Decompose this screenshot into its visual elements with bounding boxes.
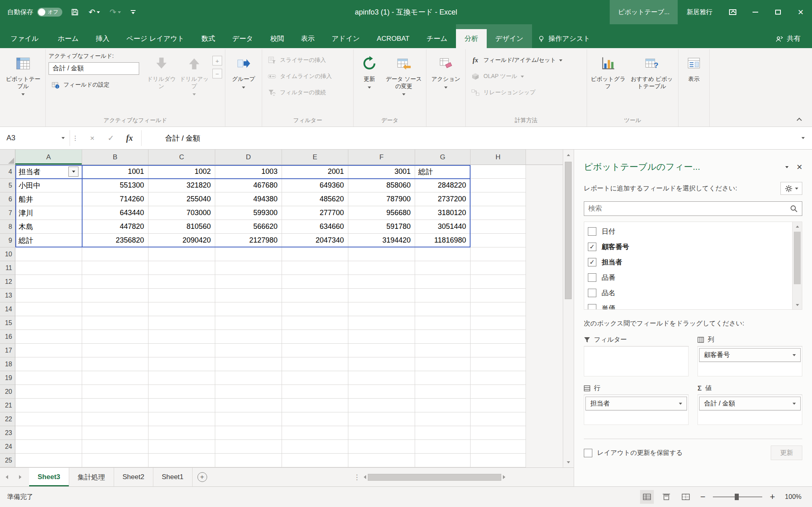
close-button[interactable]: × <box>789 0 812 24</box>
scroll-up-button[interactable] <box>563 150 574 160</box>
field-list-scrollbar[interactable] <box>792 222 802 309</box>
cell-F17[interactable] <box>348 344 415 357</box>
normal-view-button[interactable] <box>640 490 654 504</box>
cell-A10[interactable] <box>15 247 82 261</box>
filter-dropdown-button[interactable] <box>68 167 78 177</box>
cell-B15[interactable] <box>82 316 148 330</box>
cell-H18[interactable] <box>471 357 526 371</box>
cell-B14[interactable] <box>82 302 148 316</box>
cell-F10[interactable] <box>348 247 415 261</box>
column-header-G[interactable]: G <box>415 150 471 165</box>
filters-area-box[interactable] <box>584 346 689 376</box>
cell-G8[interactable]: 3051440 <box>415 220 471 234</box>
cell-F16[interactable] <box>348 330 415 344</box>
cell-A20[interactable] <box>15 385 82 399</box>
cell-C8[interactable]: 810560 <box>148 220 215 234</box>
row-header-15[interactable]: 15 <box>0 316 15 330</box>
cell-G16[interactable] <box>415 330 471 344</box>
cell-H19[interactable] <box>471 371 526 385</box>
cell-B10[interactable] <box>82 247 148 261</box>
cell-G20[interactable] <box>415 385 471 399</box>
cell-E23[interactable] <box>282 426 348 440</box>
ribbon-tab[interactable]: アドイン <box>323 29 369 48</box>
cell-F24[interactable] <box>348 440 415 454</box>
cell-C11[interactable] <box>148 261 215 275</box>
cell-C19[interactable] <box>148 371 215 385</box>
customize-qat-button[interactable] <box>129 6 137 19</box>
row-header-12[interactable]: 12 <box>0 275 15 289</box>
cell-A7[interactable]: 津川 <box>15 206 82 220</box>
cell-B4[interactable]: 1001 <box>82 165 148 179</box>
zoom-thumb[interactable] <box>735 494 739 500</box>
row-header-14[interactable]: 14 <box>0 302 15 316</box>
row-header-24[interactable]: 24 <box>0 440 15 454</box>
cell-E14[interactable] <box>282 302 348 316</box>
ribbon-tab[interactable]: ホーム <box>49 29 87 48</box>
cell-E7[interactable]: 277700 <box>282 206 348 220</box>
search-input[interactable] <box>588 205 790 213</box>
column-header-F[interactable]: F <box>348 150 415 165</box>
pane-close-button[interactable]: × <box>797 163 802 171</box>
horizontal-scrollbar[interactable] <box>363 468 562 486</box>
actions-button[interactable]: アクション <box>429 51 462 112</box>
cell-H9[interactable] <box>471 234 526 247</box>
cell-A6[interactable]: 船井 <box>15 192 82 206</box>
cell-A18[interactable] <box>15 357 82 371</box>
cell-E18[interactable] <box>282 357 348 371</box>
collapse-ribbon-button[interactable] <box>793 114 805 124</box>
cell-A16[interactable] <box>15 330 82 344</box>
cell-C18[interactable] <box>148 357 215 371</box>
field-list-scroll-down[interactable] <box>793 300 802 309</box>
cell-A8[interactable]: 木島 <box>15 220 82 234</box>
field-checkbox[interactable] <box>588 273 596 282</box>
page-break-view-button[interactable] <box>679 490 693 504</box>
cell-G12[interactable] <box>415 275 471 289</box>
cell-A9[interactable]: 総計 <box>15 234 82 247</box>
cell-F13[interactable] <box>348 289 415 302</box>
cell-G18[interactable] <box>415 357 471 371</box>
cell-H12[interactable] <box>471 275 526 289</box>
ribbon-tab[interactable]: ページ レイアウト <box>118 29 193 48</box>
cell-B24[interactable] <box>82 440 148 454</box>
field-list-scrollbar-thumb[interactable] <box>794 232 801 284</box>
cell-H4[interactable] <box>471 165 526 179</box>
cell-G10[interactable] <box>415 247 471 261</box>
cell-A5[interactable]: 小田中 <box>15 179 82 192</box>
field-item[interactable]: ✓担当者 <box>584 254 792 270</box>
cell-E19[interactable] <box>282 371 348 385</box>
ribbon-tab-design[interactable]: デザイン <box>487 29 532 48</box>
cell-F21[interactable] <box>348 399 415 412</box>
cell-F11[interactable] <box>348 261 415 275</box>
row-header-8[interactable]: 8 <box>0 220 15 234</box>
field-settings-button[interactable]: i フィールドの設定 <box>49 77 145 93</box>
cell-D14[interactable] <box>215 302 282 316</box>
cell-F25[interactable] <box>348 454 415 467</box>
row-header-21[interactable]: 21 <box>0 399 15 412</box>
cell-D15[interactable] <box>215 316 282 330</box>
cell-G17[interactable] <box>415 344 471 357</box>
rows-area-box[interactable]: 担当者 <box>584 395 689 425</box>
cell-D10[interactable] <box>215 247 282 261</box>
cell-E12[interactable] <box>282 275 348 289</box>
cell-D23[interactable] <box>215 426 282 440</box>
cell-C23[interactable] <box>148 426 215 440</box>
ribbon-tab[interactable]: 挿入 <box>87 29 118 48</box>
expand-field-button[interactable]: + <box>212 56 222 65</box>
cell-F5[interactable]: 858060 <box>348 179 415 192</box>
column-header-A[interactable]: A <box>15 150 82 165</box>
cell-H22[interactable] <box>471 412 526 426</box>
cell-H17[interactable] <box>471 344 526 357</box>
search-box[interactable] <box>584 201 802 216</box>
cell-G15[interactable] <box>415 316 471 330</box>
cell-C9[interactable]: 2090420 <box>148 234 215 247</box>
pane-options-button[interactable] <box>785 166 789 168</box>
cell-G19[interactable] <box>415 371 471 385</box>
cell-C22[interactable] <box>148 412 215 426</box>
cell-E25[interactable] <box>282 454 348 467</box>
cell-G23[interactable] <box>415 426 471 440</box>
relationships-button[interactable]: リレーションシップ <box>469 85 564 100</box>
refresh-button[interactable]: 更新 <box>356 51 382 112</box>
previous-sheet-button[interactable] <box>0 468 13 486</box>
field-item[interactable]: 単価 <box>584 300 792 309</box>
autosave-toggle[interactable]: 自動保存 オフ <box>7 8 62 17</box>
